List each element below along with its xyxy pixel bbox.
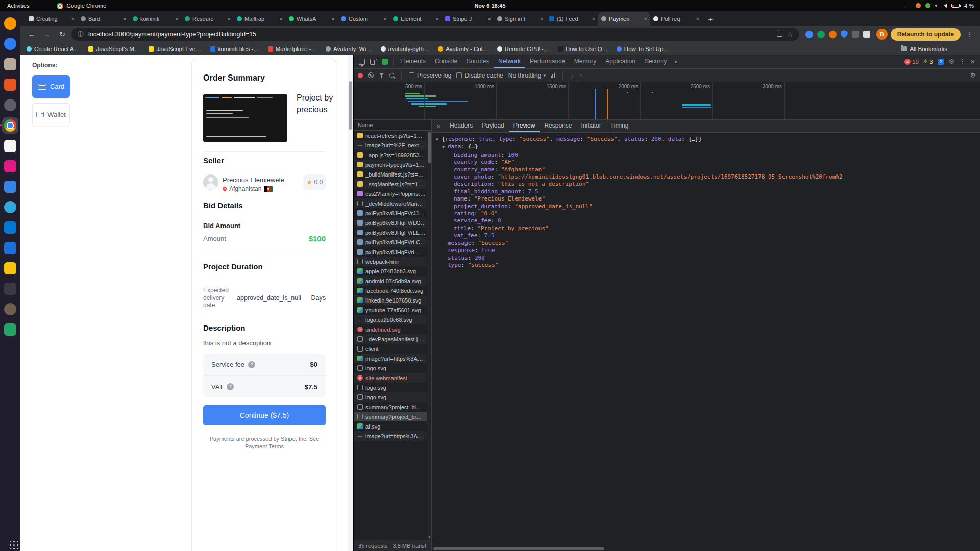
scrollbar-thumb[interactable] xyxy=(349,81,352,130)
details-tab-timing[interactable]: Timing xyxy=(606,120,633,132)
network-request-row[interactable]: pxiByp8kv8JHgFVrLE… xyxy=(354,228,431,237)
devtools-menu-icon[interactable]: ⋮ xyxy=(959,58,966,65)
tab-close-icon[interactable]: × xyxy=(124,16,127,22)
devtools-tab-application[interactable]: Application xyxy=(601,55,640,68)
expander-icon[interactable]: ▼ xyxy=(436,136,442,143)
bookmark-item[interactable]: How To Set Up… xyxy=(617,46,669,52)
tab-close-icon[interactable]: × xyxy=(644,16,647,22)
bookmark-item[interactable]: kominiti files -… xyxy=(210,46,259,52)
network-request-row[interactable]: logo.svg xyxy=(354,383,431,392)
console-errors-badge[interactable]: × 10 xyxy=(904,59,918,65)
bookmark-item[interactable]: JavaScript's M… xyxy=(88,46,140,52)
devtools-close-icon[interactable]: × xyxy=(970,57,975,66)
dock-item-vscode[interactable] xyxy=(2,219,18,236)
dock-item-thunderbird[interactable] xyxy=(2,36,18,52)
bookmark-item[interactable]: JavaScript Eve… xyxy=(149,46,201,52)
tab-close-icon[interactable]: × xyxy=(228,16,231,22)
devtools-settings-icon[interactable]: ⚙ xyxy=(949,58,955,65)
tab-close-icon[interactable]: × xyxy=(384,16,387,22)
requests-scrollbar[interactable]: ▾ xyxy=(427,131,431,540)
continue-button[interactable]: Continue ($7.5) xyxy=(203,405,326,425)
details-tab-preview[interactable]: Preview xyxy=(509,120,540,132)
expander-icon[interactable]: ▼ xyxy=(442,144,448,151)
browser-tab[interactable]: Resourc× xyxy=(182,12,234,26)
dock-item-help[interactable] xyxy=(2,97,18,113)
tab-close-icon[interactable]: × xyxy=(592,16,595,22)
devtools-tab-network[interactable]: Network xyxy=(494,55,525,68)
more-tabs-icon[interactable]: » xyxy=(671,58,681,65)
profile-avatar[interactable]: B xyxy=(876,29,888,40)
bookmark-item[interactable]: Remote GPU -… xyxy=(497,46,549,52)
disable-cache-toggle[interactable]: Disable cache xyxy=(456,72,503,79)
extension-icon-blue[interactable] xyxy=(805,31,813,38)
details-tab-headers[interactable]: Headers xyxy=(445,120,477,132)
network-request-row[interactable]: apple.07483bb3.svg xyxy=(354,266,431,276)
network-request-row[interactable]: pxiEyp8kv8JHgFVrJJ… xyxy=(354,208,431,218)
network-request-row[interactable]: —logo.ca2b0c68.svg xyxy=(354,315,431,324)
new-tab-button[interactable]: + xyxy=(704,13,717,25)
dock-item-monitor-app[interactable] xyxy=(2,179,18,195)
system-menu-caret-icon[interactable]: ▾ xyxy=(935,3,938,8)
filter-icon[interactable] xyxy=(379,73,384,78)
network-request-row[interactable]: webpack-hmr xyxy=(354,257,431,266)
help-icon[interactable]: ? xyxy=(227,383,234,390)
all-bookmarks-button[interactable]: All Bookmarks xyxy=(901,46,974,52)
inspect-element-icon[interactable] xyxy=(359,59,365,65)
network-request-row[interactable]: ×undefined.svg xyxy=(354,324,431,334)
display-icon[interactable] xyxy=(905,4,911,8)
network-request-row[interactable]: linkedin.9e107650.svg xyxy=(354,295,431,305)
network-request-row[interactable]: payment-type.js?ts=1… xyxy=(354,160,431,169)
details-close-icon[interactable]: × xyxy=(432,122,445,130)
record-network-log-button[interactable] xyxy=(358,73,363,78)
browser-tab[interactable]: Element× xyxy=(390,12,442,26)
network-request-row[interactable]: logo.svg xyxy=(354,363,431,373)
browser-tab[interactable]: WhatsA× xyxy=(286,12,338,26)
browser-tab[interactable]: Bard× xyxy=(78,12,130,26)
focused-app-indicator[interactable]: Google Chrome xyxy=(57,3,106,9)
network-request-row[interactable]: —image?url=%2F_next… xyxy=(354,140,431,150)
stripe-footer-text[interactable]: Payments are processed by Stripe, Inc. S… xyxy=(203,435,326,451)
bookmark-item[interactable]: Avatarify - Col… xyxy=(438,46,488,52)
shield-extension-icon[interactable] xyxy=(841,30,848,38)
details-tab-response[interactable]: Response xyxy=(540,120,576,132)
extension-icon-light[interactable] xyxy=(863,31,870,38)
network-request-row[interactable]: facebook.740f8edc.svg xyxy=(354,286,431,295)
network-request-row[interactable]: —image?url=https%3A… xyxy=(354,431,431,441)
dock-item-firefox[interactable] xyxy=(2,15,18,32)
requests-name-header[interactable]: Name xyxy=(354,120,431,131)
tab-close-icon[interactable]: × xyxy=(280,16,283,22)
preserve-log-toggle[interactable]: Preserve log xyxy=(409,72,451,79)
help-icon[interactable]: ? xyxy=(248,361,255,368)
network-request-row[interactable]: youtube.77af5601.svg xyxy=(354,305,431,315)
network-request-row[interactable]: pxiByp8kv8JHgFVrL… xyxy=(354,247,431,257)
dock-item-blue-round-app[interactable] xyxy=(2,199,18,215)
network-request-row[interactable]: summary?project_bi… xyxy=(354,412,431,421)
clock[interactable]: Nov 6 16:45 xyxy=(474,3,505,9)
back-button[interactable]: ← xyxy=(26,28,38,40)
site-info-icon[interactable]: ⓘ xyxy=(78,30,84,39)
import-har-icon[interactable]: ↓ xyxy=(570,72,574,78)
tab-close-icon[interactable]: × xyxy=(71,16,75,22)
tab-close-icon[interactable]: × xyxy=(332,16,335,22)
browser-menu-icon[interactable]: ⋮ xyxy=(964,30,975,38)
card-payment-option-button[interactable]: Card xyxy=(32,75,70,98)
software-indicator-icon[interactable] xyxy=(925,3,930,8)
tab-close-icon[interactable]: × xyxy=(436,16,439,22)
network-request-row[interactable]: logo.svg xyxy=(354,392,431,402)
bookmark-item[interactable]: Create React A… xyxy=(27,46,80,52)
network-request-row[interactable]: pxiByp8kv8JHgFVrLG… xyxy=(354,218,431,228)
browser-tab[interactable]: Custom× xyxy=(338,12,390,26)
clear-network-log-icon[interactable] xyxy=(368,72,374,78)
device-toolbar-icon[interactable] xyxy=(370,59,377,65)
network-request-row[interactable]: _devPagesManifest.j… xyxy=(354,334,431,344)
network-request-row[interactable]: css2?family=Poppins:… xyxy=(354,189,431,198)
dock-item-blue-app[interactable] xyxy=(2,240,18,256)
network-overview-timeline[interactable]: 500 ms1000 ms1500 ms2000 ms2500 ms3000 m… xyxy=(354,82,980,120)
dock-item-ubuntu-software[interactable] xyxy=(2,77,18,93)
relaunch-to-update-button[interactable]: Relaunch to update xyxy=(891,28,961,41)
search-icon[interactable] xyxy=(389,73,394,78)
browser-tab[interactable]: Sign in t× xyxy=(494,12,546,26)
dock-item-terminal[interactable] xyxy=(2,321,18,338)
throttling-select[interactable]: No throttling ▾ xyxy=(508,72,546,79)
issues-badge[interactable]: 2 xyxy=(938,59,944,65)
